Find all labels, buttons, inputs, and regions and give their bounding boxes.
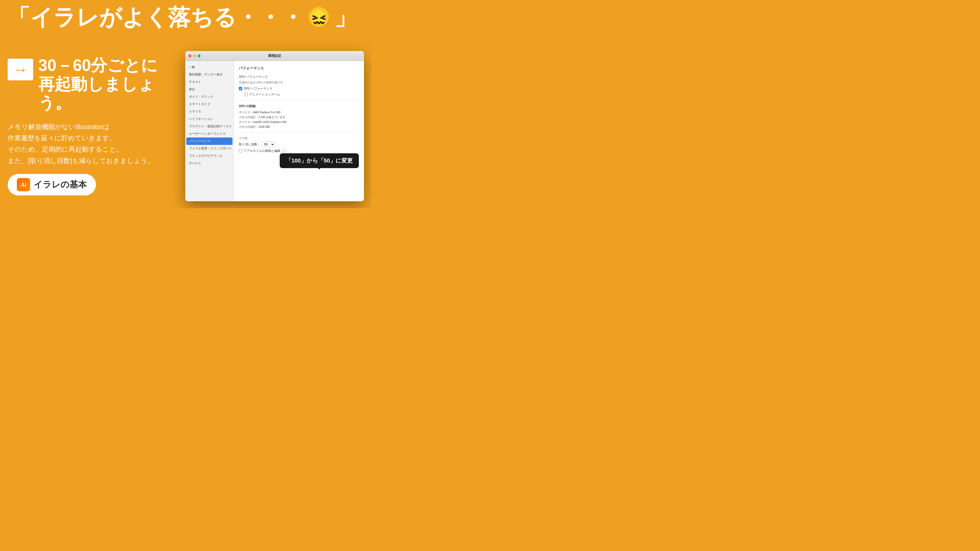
window-controls <box>188 54 200 57</box>
title-close: 」 <box>334 5 357 30</box>
device2-text: デバイス：Intel(R) UHD Graphics 630 <box>239 120 359 124</box>
title-text: 「イラレがよく落ちる・・・ <box>8 5 304 30</box>
gpu-performance-label: GPU パフォーマンス <box>244 86 272 91</box>
main-background: 「イラレがよく落ちる・・・ 😖 」 → 30－60分ごとに再起動しましょう。 メ… <box>0 0 372 208</box>
undo-label: 取り消し回数： <box>239 142 260 147</box>
gpu-section-label: GPU パフォーマンス <box>239 75 359 79</box>
badge-container: Ai イラレの基本 <box>8 174 96 195</box>
divider-2 <box>239 132 359 133</box>
window-content: 一般 選択範囲・アンカー表示 テキスト 単位 ガイド・グリッド スマートガイド … <box>185 61 364 201</box>
desc-line1: メモリ解放機能がないIllustratorは <box>8 121 176 132</box>
desc-line3: そのため、定期的に再起動すること。 <box>8 144 176 155</box>
sidebar-item-units[interactable]: 単位 <box>185 86 234 93</box>
ai-icon: Ai <box>17 178 30 191</box>
sidebar-item-text[interactable]: テキスト <box>185 78 234 86</box>
other-section: その他 取り消し回数： 50 100 リアルタイムの描画と編集 i <box>239 136 359 153</box>
window-title: 環境設定 <box>268 54 281 58</box>
undo-select[interactable]: 50 100 <box>262 141 275 147</box>
main-title: 「イラレがよく落ちる・・・ 😖 」 <box>8 5 364 30</box>
main-panel: パフォーマンス GPU パフォーマンス 互換性のある GPU が使用可能です。 … <box>234 61 364 201</box>
title-emoji: 😖 <box>306 6 332 29</box>
arrow-icon: → <box>8 59 33 80</box>
gpu-sub-text: 互換性のある GPU が使用可能です。 <box>239 81 359 84</box>
arrow-section: → 30－60分ごとに再起動しましょう。 <box>8 56 181 113</box>
description-text: メモリ解放機能がないIllustratorは 作業履歴を延々に貯めていきます。 … <box>8 121 176 166</box>
sidebar-item-black[interactable]: ブラックのアピアランス <box>185 152 234 160</box>
gpu-performance-row: GPU パフォーマンス <box>239 86 359 91</box>
info-icon[interactable]: i <box>282 149 286 153</box>
animation-zoom-checkbox[interactable] <box>245 93 248 96</box>
realtime-checkbox[interactable] <box>239 149 242 152</box>
other-label: その他 <box>239 136 359 140</box>
sidebar-item-smartguides[interactable]: スマートガイド <box>185 100 234 108</box>
animation-zoom-row: アニメーションズーム <box>245 92 359 97</box>
device1-text: デバイス：AMD Radeon Pro 580 <box>239 110 359 114</box>
tooltip: 「100」から「50」に変更 <box>280 153 359 168</box>
maximize-button[interactable] <box>197 54 200 57</box>
memory2-text: メモリの合計：1536 MB <box>239 125 359 129</box>
preferences-window: 環境設定 一般 選択範囲・アンカー表示 テキスト 単位 ガイド・グリッド スマー… <box>185 51 364 201</box>
sidebar-item-filemanage[interactable]: ファイル管理・クリップボード <box>185 145 234 152</box>
sidebar-item-performance[interactable]: パフォーマンス <box>186 138 232 145</box>
sidebar-item-selection[interactable]: 選択範囲・アンカー表示 <box>185 71 234 78</box>
badge-label: イラレの基本 <box>34 179 87 191</box>
arrow-text: 30－60分ごとに再起動しましょう。 <box>38 56 181 113</box>
animation-zoom-label: アニメーションズーム <box>249 92 280 97</box>
gpu-performance-checkbox[interactable] <box>239 87 242 90</box>
memory1-text: メモリの合計：3 GB を超えています。 <box>239 115 359 119</box>
undo-row: 取り消し回数： 50 100 <box>239 141 359 147</box>
sidebar-item-guides[interactable]: ガイド・グリッド <box>185 93 234 100</box>
minimize-button[interactable] <box>193 54 196 57</box>
sidebar: 一般 選択範囲・アンカー表示 テキスト 単位 ガイド・グリッド スマートガイド … <box>185 61 234 201</box>
sidebar-item-device[interactable]: デバイス <box>185 160 234 167</box>
desc-line4: また、[取り消し回数]も減らしておきましょう。 <box>8 155 176 166</box>
realtime-row: リアルタイムの描画と編集 i <box>239 149 359 153</box>
desc-line2: 作業履歴を延々に貯めていきます。 <box>8 132 176 144</box>
close-button[interactable] <box>188 54 191 57</box>
sidebar-item-general[interactable]: 一般 <box>185 64 234 71</box>
realtime-label: リアルタイムの描画と編集 <box>244 149 280 153</box>
gpu-detail-title: GPU の詳細 <box>239 104 359 108</box>
panel-title: パフォーマンス <box>239 66 359 71</box>
sidebar-item-plugins[interactable]: プラグイン・仮想記憶ディスク <box>185 123 234 130</box>
window-titlebar: 環境設定 <box>185 51 364 61</box>
sidebar-item-slices[interactable]: スライス <box>185 108 234 115</box>
sidebar-item-hyphenation[interactable]: ハイフネーション <box>185 115 234 123</box>
sidebar-item-ui[interactable]: ユーザーインターフェイス <box>185 130 234 138</box>
